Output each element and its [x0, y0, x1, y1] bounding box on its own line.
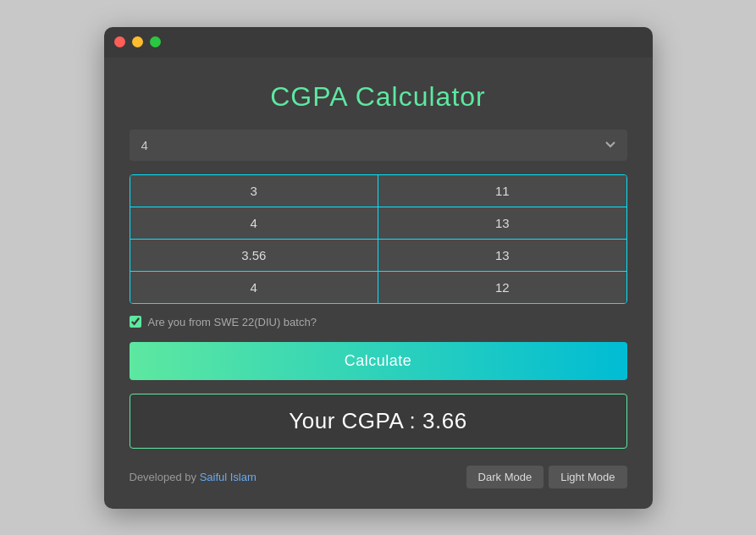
dark-mode-button[interactable]: Dark Mode	[466, 466, 544, 488]
grid-row-1	[130, 175, 626, 207]
light-mode-button[interactable]: Light Mode	[549, 466, 626, 488]
grade-grid	[130, 174, 627, 304]
calculate-button[interactable]: Calculate	[130, 342, 627, 380]
title-bar	[104, 27, 653, 58]
page-title: CGPA Calculator	[130, 58, 627, 130]
app-window: CGPA Calculator 1 2 3 4 5 6 7 8	[104, 27, 653, 509]
batch-checkbox-label: Are you from SWE 22(DIU) batch?	[148, 316, 317, 328]
mode-buttons: Dark Mode Light Mode	[466, 466, 627, 488]
footer: Developed by Saiful Islam Dark Mode Ligh…	[130, 466, 627, 488]
credit-input-4[interactable]	[378, 271, 626, 303]
app-body: CGPA Calculator 1 2 3 4 5 6 7 8	[104, 58, 653, 509]
credit-input-1[interactable]	[378, 175, 626, 207]
developed-by: Developed by Saiful Islam	[130, 471, 257, 483]
batch-checkbox[interactable]	[130, 316, 141, 328]
credit-input-2[interactable]	[378, 207, 626, 239]
grade-input-1[interactable]	[130, 175, 379, 207]
grade-input-2[interactable]	[130, 207, 379, 239]
result-box: Your CGPA : 3.66	[130, 394, 627, 449]
author-link[interactable]: Saiful Islam	[200, 471, 257, 483]
close-button[interactable]	[114, 36, 125, 47]
developed-by-label: Developed by	[130, 471, 197, 483]
credit-input-3[interactable]	[378, 239, 626, 271]
grid-row-4	[130, 271, 626, 303]
batch-checkbox-row: Are you from SWE 22(DIU) batch?	[130, 316, 627, 328]
grid-row-3	[130, 239, 626, 271]
maximize-button[interactable]	[150, 36, 161, 47]
semester-select[interactable]: 1 2 3 4 5 6 7 8	[130, 130, 627, 161]
minimize-button[interactable]	[132, 36, 143, 47]
grade-input-4[interactable]	[130, 271, 379, 303]
grid-row-2	[130, 207, 626, 239]
result-text: Your CGPA : 3.66	[289, 408, 466, 433]
grade-input-3[interactable]	[130, 239, 379, 271]
